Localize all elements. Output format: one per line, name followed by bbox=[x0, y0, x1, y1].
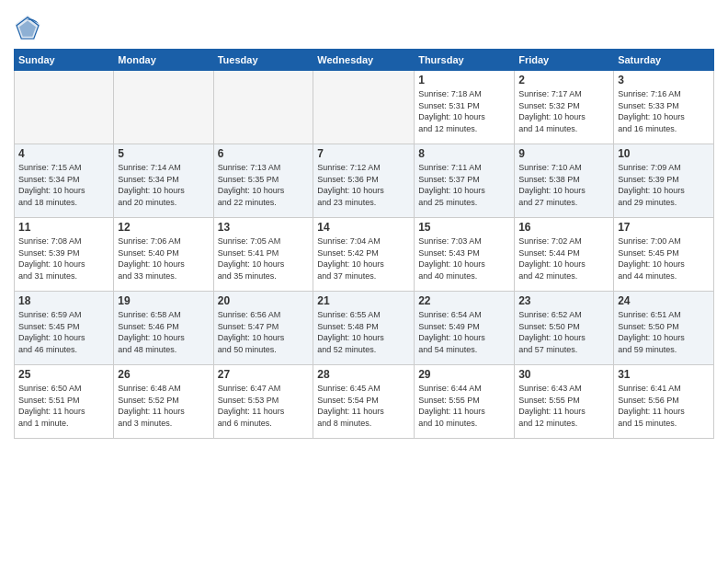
day-number: 28 bbox=[317, 368, 410, 381]
day-info: Sunrise: 6:52 AM Sunset: 5:50 PM Dayligh… bbox=[518, 309, 609, 355]
table-row: 20Sunrise: 6:56 AM Sunset: 5:47 PM Dayli… bbox=[213, 292, 313, 365]
table-row: 7Sunrise: 7:12 AM Sunset: 5:36 PM Daylig… bbox=[313, 144, 415, 218]
table-row: 27Sunrise: 6:47 AM Sunset: 5:53 PM Dayli… bbox=[213, 365, 313, 439]
table-row bbox=[313, 71, 415, 144]
table-row: 24Sunrise: 6:51 AM Sunset: 5:50 PM Dayli… bbox=[614, 292, 714, 365]
day-info: Sunrise: 7:10 AM Sunset: 5:38 PM Dayligh… bbox=[518, 162, 609, 208]
table-row: 13Sunrise: 7:05 AM Sunset: 5:41 PM Dayli… bbox=[213, 218, 313, 292]
table-row: 15Sunrise: 7:03 AM Sunset: 5:43 PM Dayli… bbox=[415, 218, 515, 292]
day-info: Sunrise: 7:11 AM Sunset: 5:37 PM Dayligh… bbox=[418, 162, 510, 208]
table-row: 5Sunrise: 7:14 AM Sunset: 5:34 PM Daylig… bbox=[114, 144, 213, 218]
table-row: 31Sunrise: 6:41 AM Sunset: 5:56 PM Dayli… bbox=[614, 365, 714, 439]
table-row: 1Sunrise: 7:18 AM Sunset: 5:31 PM Daylig… bbox=[415, 71, 515, 144]
day-info: Sunrise: 7:08 AM Sunset: 5:39 PM Dayligh… bbox=[18, 236, 109, 282]
day-number: 3 bbox=[618, 74, 710, 86]
header-wednesday: Wednesday bbox=[313, 50, 415, 71]
day-info: Sunrise: 7:02 AM Sunset: 5:44 PM Dayligh… bbox=[518, 236, 609, 282]
table-row: 23Sunrise: 6:52 AM Sunset: 5:50 PM Dayli… bbox=[515, 292, 614, 365]
day-info: Sunrise: 6:47 AM Sunset: 5:53 PM Dayligh… bbox=[218, 383, 310, 429]
day-info: Sunrise: 6:54 AM Sunset: 5:49 PM Dayligh… bbox=[418, 309, 510, 355]
day-number: 17 bbox=[618, 221, 710, 234]
day-info: Sunrise: 6:59 AM Sunset: 5:45 PM Dayligh… bbox=[18, 309, 109, 355]
day-info: Sunrise: 6:55 AM Sunset: 5:48 PM Dayligh… bbox=[317, 309, 410, 355]
calendar-header-row: Sunday Monday Tuesday Wednesday Thursday… bbox=[15, 50, 714, 71]
day-number: 4 bbox=[18, 147, 109, 160]
table-row: 26Sunrise: 6:48 AM Sunset: 5:52 PM Dayli… bbox=[114, 365, 213, 439]
table-row bbox=[114, 71, 213, 144]
day-info: Sunrise: 7:16 AM Sunset: 5:33 PM Dayligh… bbox=[618, 88, 710, 134]
day-number: 1 bbox=[418, 74, 510, 86]
day-info: Sunrise: 7:05 AM Sunset: 5:41 PM Dayligh… bbox=[218, 236, 310, 282]
day-number: 13 bbox=[218, 221, 310, 234]
header-sunday: Sunday bbox=[15, 50, 114, 71]
page-container: Sunday Monday Tuesday Wednesday Thursday… bbox=[0, 0, 728, 443]
header-saturday: Saturday bbox=[614, 50, 714, 71]
day-number: 22 bbox=[418, 294, 510, 307]
header bbox=[14, 9, 714, 41]
header-friday: Friday bbox=[515, 50, 614, 71]
day-info: Sunrise: 7:13 AM Sunset: 5:35 PM Dayligh… bbox=[218, 162, 310, 208]
day-number: 25 bbox=[18, 368, 109, 381]
day-info: Sunrise: 6:51 AM Sunset: 5:50 PM Dayligh… bbox=[618, 309, 710, 355]
day-number: 31 bbox=[618, 368, 710, 381]
table-row: 21Sunrise: 6:55 AM Sunset: 5:48 PM Dayli… bbox=[313, 292, 415, 365]
table-row: 10Sunrise: 7:09 AM Sunset: 5:39 PM Dayli… bbox=[614, 144, 714, 218]
day-number: 24 bbox=[618, 294, 710, 307]
header-monday: Monday bbox=[114, 50, 213, 71]
table-row: 16Sunrise: 7:02 AM Sunset: 5:44 PM Dayli… bbox=[515, 218, 614, 292]
day-number: 6 bbox=[218, 147, 310, 160]
table-row: 12Sunrise: 7:06 AM Sunset: 5:40 PM Dayli… bbox=[114, 218, 213, 292]
table-row: 8Sunrise: 7:11 AM Sunset: 5:37 PM Daylig… bbox=[415, 144, 515, 218]
table-row: 2Sunrise: 7:17 AM Sunset: 5:32 PM Daylig… bbox=[515, 71, 614, 144]
logo bbox=[14, 14, 45, 41]
day-number: 14 bbox=[317, 221, 410, 234]
header-thursday: Thursday bbox=[415, 50, 515, 71]
table-row: 6Sunrise: 7:13 AM Sunset: 5:35 PM Daylig… bbox=[213, 144, 313, 218]
day-number: 8 bbox=[418, 147, 510, 160]
day-number: 11 bbox=[18, 221, 109, 234]
day-info: Sunrise: 6:44 AM Sunset: 5:55 PM Dayligh… bbox=[418, 383, 510, 429]
header-tuesday: Tuesday bbox=[213, 50, 313, 71]
day-number: 20 bbox=[218, 294, 310, 307]
day-number: 30 bbox=[518, 368, 609, 381]
table-row: 22Sunrise: 6:54 AM Sunset: 5:49 PM Dayli… bbox=[415, 292, 515, 365]
day-number: 16 bbox=[518, 221, 609, 234]
calendar-week-row: 25Sunrise: 6:50 AM Sunset: 5:51 PM Dayli… bbox=[15, 365, 714, 439]
table-row: 18Sunrise: 6:59 AM Sunset: 5:45 PM Dayli… bbox=[15, 292, 114, 365]
day-number: 9 bbox=[518, 147, 609, 160]
day-number: 5 bbox=[118, 147, 209, 160]
day-number: 12 bbox=[118, 221, 209, 234]
day-info: Sunrise: 7:03 AM Sunset: 5:43 PM Dayligh… bbox=[418, 236, 510, 282]
table-row: 9Sunrise: 7:10 AM Sunset: 5:38 PM Daylig… bbox=[515, 144, 614, 218]
day-info: Sunrise: 6:50 AM Sunset: 5:51 PM Dayligh… bbox=[18, 383, 109, 429]
table-row: 14Sunrise: 7:04 AM Sunset: 5:42 PM Dayli… bbox=[313, 218, 415, 292]
table-row bbox=[213, 71, 313, 144]
day-number: 21 bbox=[317, 294, 410, 307]
table-row: 11Sunrise: 7:08 AM Sunset: 5:39 PM Dayli… bbox=[15, 218, 114, 292]
day-info: Sunrise: 7:04 AM Sunset: 5:42 PM Dayligh… bbox=[317, 236, 410, 282]
day-number: 26 bbox=[118, 368, 209, 381]
table-row: 17Sunrise: 7:00 AM Sunset: 5:45 PM Dayli… bbox=[614, 218, 714, 292]
day-info: Sunrise: 7:09 AM Sunset: 5:39 PM Dayligh… bbox=[618, 162, 710, 208]
day-info: Sunrise: 7:18 AM Sunset: 5:31 PM Dayligh… bbox=[418, 88, 510, 134]
day-info: Sunrise: 7:15 AM Sunset: 5:34 PM Dayligh… bbox=[18, 162, 109, 208]
table-row: 28Sunrise: 6:45 AM Sunset: 5:54 PM Dayli… bbox=[313, 365, 415, 439]
day-number: 10 bbox=[618, 147, 710, 160]
day-number: 27 bbox=[218, 368, 310, 381]
table-row: 3Sunrise: 7:16 AM Sunset: 5:33 PM Daylig… bbox=[614, 71, 714, 144]
table-row: 4Sunrise: 7:15 AM Sunset: 5:34 PM Daylig… bbox=[15, 144, 114, 218]
day-info: Sunrise: 6:56 AM Sunset: 5:47 PM Dayligh… bbox=[218, 309, 310, 355]
day-info: Sunrise: 6:48 AM Sunset: 5:52 PM Dayligh… bbox=[118, 383, 209, 429]
day-info: Sunrise: 6:45 AM Sunset: 5:54 PM Dayligh… bbox=[317, 383, 410, 429]
table-row: 19Sunrise: 6:58 AM Sunset: 5:46 PM Dayli… bbox=[114, 292, 213, 365]
day-number: 15 bbox=[418, 221, 510, 234]
day-number: 29 bbox=[418, 368, 510, 381]
table-row bbox=[15, 71, 114, 144]
calendar-week-row: 1Sunrise: 7:18 AM Sunset: 5:31 PM Daylig… bbox=[15, 71, 714, 144]
day-info: Sunrise: 7:12 AM Sunset: 5:36 PM Dayligh… bbox=[317, 162, 410, 208]
day-info: Sunrise: 7:00 AM Sunset: 5:45 PM Dayligh… bbox=[618, 236, 710, 282]
day-info: Sunrise: 6:41 AM Sunset: 5:56 PM Dayligh… bbox=[618, 383, 710, 429]
day-info: Sunrise: 6:43 AM Sunset: 5:55 PM Dayligh… bbox=[518, 383, 609, 429]
day-info: Sunrise: 7:06 AM Sunset: 5:40 PM Dayligh… bbox=[118, 236, 209, 282]
table-row: 30Sunrise: 6:43 AM Sunset: 5:55 PM Dayli… bbox=[515, 365, 614, 439]
